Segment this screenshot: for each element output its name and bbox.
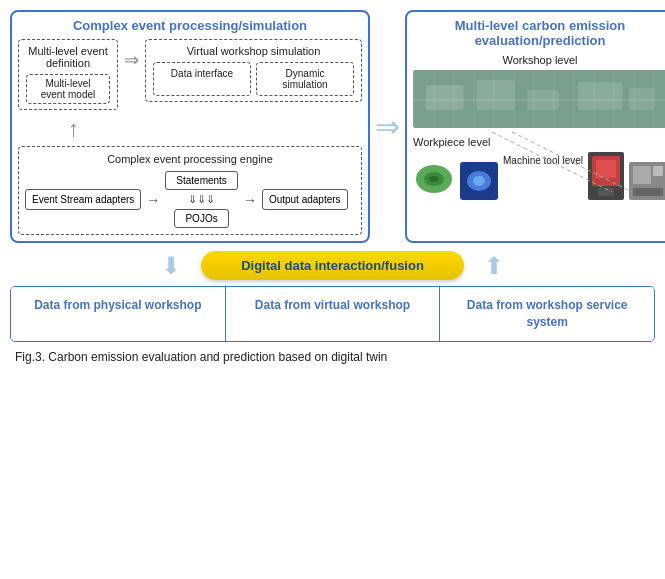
left-arrows-down: ⬇: [161, 254, 181, 278]
statements-label: Statements: [176, 175, 227, 186]
figure-caption: Fig.3. Carbon emission evaluation and pr…: [10, 350, 655, 364]
workshop-svg: [413, 70, 665, 128]
event-stream-label: Event Stream adapters: [32, 194, 134, 205]
output-label: Output adapters: [269, 194, 341, 205]
red-machine-image: [588, 152, 624, 204]
event-stream-box: Event Stream adapters: [25, 189, 141, 210]
right-arrows-up: ⬆: [484, 254, 504, 278]
multi-level-model-label: Multi-level event model: [41, 78, 95, 100]
up-arrow-icon: ↑: [68, 116, 79, 142]
arrow-up-right: ⬆: [484, 254, 504, 278]
svg-rect-16: [598, 188, 614, 196]
left-panel-title: Complex event processing/simulation: [18, 18, 362, 33]
svg-rect-0: [413, 70, 665, 128]
arrow-down-left: ⬇: [161, 254, 181, 278]
dynamic-sim-box: Dynamic simulation: [256, 62, 354, 96]
big-right-arrow-icon: ⇒: [375, 109, 400, 144]
engine-inner: Event Stream adapters → Statements ⇓⇓⇓ P…: [25, 171, 355, 228]
panel-right-arrow: ⇒: [375, 109, 400, 144]
data-interface-box: Data interface: [153, 62, 251, 96]
left-top-row: Multi-level event definition Multi-level…: [18, 39, 362, 110]
svg-rect-15: [596, 160, 616, 178]
workshop-level-label: Workshop level: [413, 54, 665, 66]
pojos-label: POJOs: [185, 213, 217, 224]
data-physical-label: Data from physical workshop: [34, 298, 201, 312]
svg-rect-4: [527, 90, 559, 110]
data-box-physical: Data from physical workshop: [11, 287, 226, 341]
digital-fusion-label: Digital data interaction/fusion: [241, 258, 424, 273]
right-panel-title: Multi-level carbon emission evaluation/p…: [413, 18, 665, 48]
hollow-arrow-right: ⇒: [124, 49, 139, 71]
top-section: Complex event processing/simulation Mult…: [10, 10, 655, 243]
svg-rect-18: [633, 166, 651, 184]
bottom-section: Data from physical workshop Data from vi…: [10, 286, 655, 342]
main-container: Complex event processing/simulation Mult…: [0, 0, 665, 369]
svg-rect-19: [653, 166, 663, 176]
data-interface-label: Data interface: [171, 68, 233, 79]
output-box: Output adapters: [262, 189, 348, 210]
multi-level-def-label: Multi-level event definition: [28, 45, 107, 69]
red-machine-svg: [588, 152, 624, 200]
green-part-image: [413, 158, 455, 200]
svg-point-9: [429, 176, 439, 182]
blue-part-image: [460, 162, 498, 204]
blue-part-svg: [460, 162, 498, 200]
gray-machine-svg: [629, 162, 665, 200]
left-panel: Complex event processing/simulation Mult…: [10, 10, 370, 243]
data-service-label: Data from workshop service system: [467, 298, 628, 329]
virtual-workshop-label: Virtual workshop simulation: [187, 45, 321, 57]
svg-rect-6: [629, 88, 654, 110]
statements-box: Statements: [165, 171, 238, 190]
svg-point-12: [473, 176, 485, 186]
green-torus-container: [413, 158, 455, 204]
data-box-virtual: Data from virtual workshop: [226, 287, 441, 341]
engine-title: Complex event processing engine: [25, 153, 355, 165]
multi-level-def-box: Multi-level event definition Multi-level…: [18, 39, 118, 110]
arrow-up-container: ↑: [68, 116, 362, 142]
multi-level-model-box: Multi-level event model: [26, 74, 110, 104]
triple-arrow-down: ⇓⇓⇓: [188, 193, 215, 206]
arrow-to-statements: →: [146, 192, 160, 208]
arrow-to-output: →: [243, 192, 257, 208]
digital-fusion-oval: Digital data interaction/fusion: [201, 251, 464, 280]
svg-rect-2: [426, 85, 464, 110]
svg-rect-20: [633, 188, 663, 196]
hollow-right-icon: ⇒: [124, 49, 139, 71]
data-box-service: Data from workshop service system: [440, 287, 654, 341]
engine-box: Complex event processing engine Event St…: [18, 146, 362, 235]
gray-machine-image: [629, 162, 665, 204]
dynamic-simulation-label: Dynamic simulation: [282, 68, 327, 90]
machine-tool-label: Machine tool level: [503, 152, 583, 167]
virtual-workshop-box: Virtual workshop simulation Data interfa…: [145, 39, 362, 102]
svg-rect-3: [477, 80, 515, 110]
middle-arrow-section: ⬇ Digital data interaction/fusion ⬆: [10, 251, 655, 280]
workshop-image: [413, 70, 665, 128]
statements-pojos-container: Statements ⇓⇓⇓ POJOs: [165, 171, 238, 228]
right-bottom-images: Machine tool level: [413, 152, 665, 204]
data-virtual-label: Data from virtual workshop: [255, 298, 410, 312]
svg-rect-5: [578, 82, 622, 110]
virtual-workshop-inner: Data interface Dynamic simulation: [153, 62, 354, 96]
pojos-box: POJOs: [174, 209, 228, 228]
workpiece-level-label: Workpiece level: [413, 136, 665, 148]
right-panel: Multi-level carbon emission evaluation/p…: [405, 10, 665, 243]
